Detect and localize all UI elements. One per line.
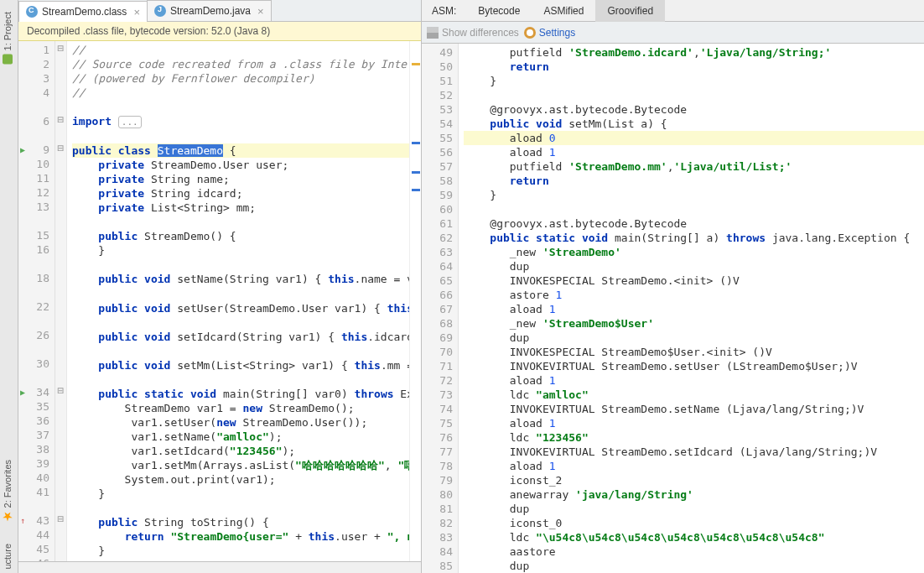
asm-tab-bar: ASM: Bytecode ASMified Groovified: [422, 0, 924, 22]
tab-streamdemo-java[interactable]: StreamDemo.java×: [147, 0, 272, 21]
asm-label: ASM:: [422, 5, 466, 17]
action-label: Show differences: [442, 27, 519, 39]
favorites-tool[interactable]: 2: Favorites: [0, 453, 15, 528]
java-file-icon: [154, 5, 166, 17]
tab-streamdemo-class[interactable]: StreamDemo.class×: [18, 1, 148, 22]
asm-toolbar: Show differences Settings: [422, 22, 924, 44]
tool-window-bar: 1: Project 2: Favorites ucture: [0, 0, 18, 573]
asm-tab-groovified[interactable]: Groovified: [595, 0, 665, 22]
close-icon[interactable]: ×: [133, 6, 140, 18]
code-area[interactable]: // // Source code recreated from a .clas…: [67, 41, 409, 561]
close-icon[interactable]: ×: [257, 5, 264, 18]
tab-label: StreamDemo.java: [170, 5, 251, 17]
asm-tab-bytecode[interactable]: Bytecode: [466, 0, 532, 22]
error-stripe[interactable]: [409, 41, 421, 561]
project-icon: [3, 54, 13, 64]
nav-mark[interactable]: [412, 171, 420, 174]
fold-gutter[interactable]: ⊟ ⊟ ⊟ ⊟ ⊟ ⊟: [55, 41, 67, 561]
left-editor-pane: StreamDemo.class× StreamDemo.java× Decom…: [18, 0, 422, 573]
tab-label: StreamDemo.class: [42, 6, 127, 18]
star-icon: [3, 511, 13, 521]
structure-tool[interactable]: ucture: [0, 537, 15, 573]
line-gutter: 49 50 51 52 53 54 55 56 57 58 59 60 61 6…: [422, 44, 459, 573]
settings-action[interactable]: Settings: [524, 27, 575, 39]
editor-tabs: StreamDemo.class× StreamDemo.java×: [18, 0, 421, 22]
tool-label: 2: Favorites: [3, 460, 13, 508]
nav-mark[interactable]: [412, 142, 420, 144]
tool-label: 1: Project: [3, 12, 13, 50]
line-gutter: 1 2 3 4 6 ▶9 10 11 12 13 15 16 18 22 26 …: [18, 41, 55, 561]
right-asm-pane: ASM: Bytecode ASMified Groovified Show d…: [422, 0, 924, 573]
asm-tab-asmified[interactable]: ASMified: [532, 0, 595, 22]
action-label: Settings: [539, 27, 575, 39]
gear-icon: [524, 27, 536, 39]
left-code-editor[interactable]: 1 2 3 4 6 ▶9 10 11 12 13 15 16 18 22 26 …: [18, 41, 421, 561]
show-diff-action[interactable]: Show differences: [427, 27, 519, 39]
h-scrollbar[interactable]: [18, 561, 421, 573]
diff-icon: [427, 27, 439, 39]
code-area[interactable]: putfield 'StreamDemo.idcard','Ljava/lang…: [459, 44, 924, 573]
decompiled-banner: Decompiled .class file, bytecode version…: [18, 22, 421, 41]
tool-label: ucture: [3, 544, 13, 570]
project-tool[interactable]: 1: Project: [0, 5, 15, 70]
nav-mark[interactable]: [412, 189, 420, 191]
class-file-icon: [26, 6, 38, 18]
warning-mark[interactable]: [412, 63, 420, 65]
right-code-editor[interactable]: 49 50 51 52 53 54 55 56 57 58 59 60 61 6…: [422, 44, 924, 573]
